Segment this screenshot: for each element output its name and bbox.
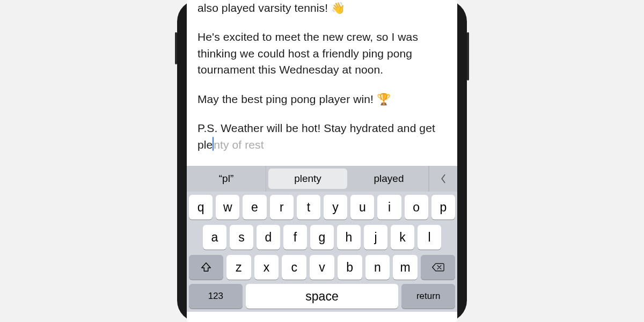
body-line-1: also played varsity tennis!: [197, 2, 331, 14]
key-i[interactable]: i: [377, 195, 401, 219]
predictive-collapse-button[interactable]: [429, 166, 457, 192]
predictive-completion-inline: nty of rest: [214, 138, 264, 151]
wave-emoji: 👋: [331, 0, 345, 16]
key-return[interactable]: return: [401, 284, 455, 309]
key-f[interactable]: f: [283, 225, 307, 250]
keyboard-row-4: 123 space return: [187, 282, 457, 312]
key-s[interactable]: s: [230, 225, 253, 250]
key-backspace[interactable]: [421, 255, 455, 280]
key-c[interactable]: c: [282, 255, 306, 280]
key-w[interactable]: w: [216, 195, 239, 219]
key-x[interactable]: x: [254, 255, 279, 280]
chevron-left-icon: [440, 174, 447, 184]
predictive-suggestion-literal[interactable]: “pl”: [187, 166, 266, 192]
key-m[interactable]: m: [393, 255, 418, 280]
predictive-suggestion-secondary[interactable]: played: [349, 166, 429, 192]
keyboard-row-2: a s d f g h j k l: [187, 222, 457, 252]
key-z[interactable]: z: [226, 255, 251, 280]
shift-icon: [200, 261, 212, 273]
key-o[interactable]: o: [405, 195, 428, 219]
key-q[interactable]: q: [189, 195, 213, 219]
key-h[interactable]: h: [337, 225, 361, 250]
key-g[interactable]: g: [310, 225, 334, 250]
key-p[interactable]: p: [431, 195, 455, 219]
key-a[interactable]: a: [203, 225, 226, 250]
backspace-icon: [431, 262, 444, 273]
key-u[interactable]: u: [350, 195, 374, 219]
body-paragraph-3: May the best ping pong player win!: [197, 93, 377, 105]
key-t[interactable]: t: [297, 195, 320, 219]
key-space[interactable]: space: [246, 284, 399, 309]
key-k[interactable]: k: [391, 225, 414, 250]
key-b[interactable]: b: [338, 255, 362, 280]
key-l[interactable]: l: [418, 225, 441, 250]
keyboard-row-1: q w e r t y u i o p: [187, 192, 457, 222]
key-e[interactable]: e: [243, 195, 266, 219]
key-numbers[interactable]: 123: [189, 284, 243, 309]
phone-screen: also played varsity tennis! 👋 He's excit…: [187, 0, 457, 322]
key-r[interactable]: r: [270, 195, 294, 219]
key-shift[interactable]: [189, 255, 223, 280]
key-y[interactable]: y: [324, 195, 347, 219]
body-paragraph-2: He's excited to meet the new crew, so I …: [197, 31, 418, 76]
key-j[interactable]: j: [364, 225, 387, 250]
predictive-suggestion-primary[interactable]: plenty: [268, 169, 347, 189]
key-n[interactable]: n: [365, 255, 390, 280]
phone-side-button-left: [175, 32, 177, 64]
phone-frame: also played varsity tennis! 👋 He's excit…: [177, 0, 467, 322]
keyboard-row-3: z x c v b n m: [187, 252, 457, 282]
key-d[interactable]: d: [257, 225, 280, 250]
trophy-emoji: 🏆: [377, 91, 391, 107]
keyboard: “pl” plenty played q w e r t y u i o: [187, 166, 457, 312]
key-v[interactable]: v: [310, 255, 334, 280]
message-compose-body[interactable]: also played varsity tennis! 👋 He's excit…: [187, 0, 457, 166]
predictive-bar: “pl” plenty played: [187, 166, 457, 192]
phone-side-button-right: [467, 32, 469, 80]
